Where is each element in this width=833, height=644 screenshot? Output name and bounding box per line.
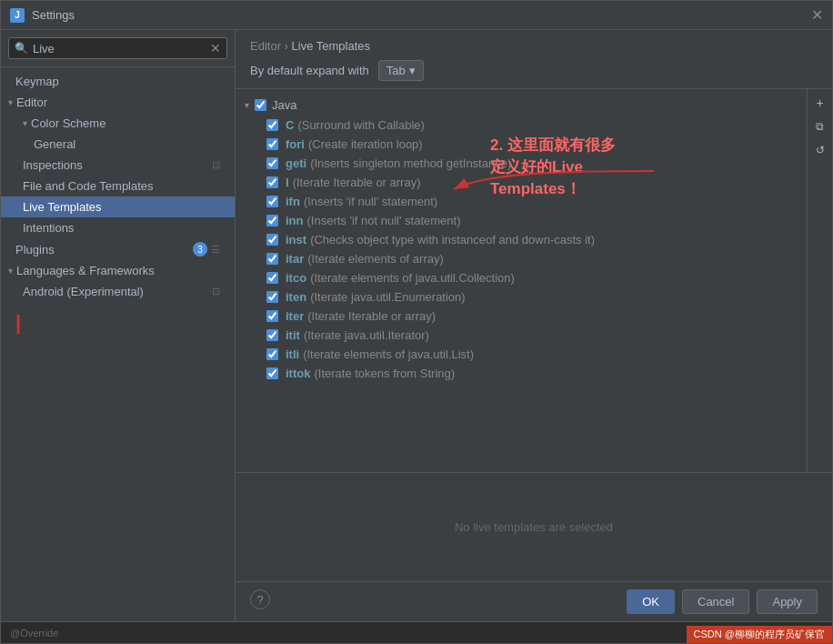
breadcrumb-separator: › <box>285 39 292 53</box>
plugins-label: Plugins <box>15 243 55 257</box>
revert-template-button[interactable]: ↺ <box>810 140 830 160</box>
expand-select[interactable]: Tab ▾ <box>378 60 424 81</box>
item-ittok-abbr: ittok <box>286 367 310 380</box>
breadcrumb: Editor › Live Templates <box>250 39 818 53</box>
sidebar-item-keymap[interactable]: Keymap <box>1 71 235 92</box>
item-itli-checkbox[interactable] <box>266 348 278 360</box>
sidebar-item-color-scheme[interactable]: ▾ Color Scheme <box>1 113 235 134</box>
item-inn-checkbox[interactable] <box>266 215 278 226</box>
item-iter-desc: (Iterate Iterable or array) <box>307 309 436 323</box>
item-fori-checkbox[interactable] <box>266 138 278 150</box>
item-itar-abbr: itar <box>286 252 304 266</box>
android-label: Android (Experimental) <box>23 285 144 298</box>
template-item-itar[interactable]: itar (Iterate elements of array) <box>236 249 807 268</box>
sidebar-item-intentions[interactable]: Intentions <box>1 217 235 238</box>
item-itar-desc: (Iterate elements of array) <box>307 252 444 266</box>
template-item-iter[interactable]: iter (Iterate Iterable or array) <box>236 307 807 326</box>
item-itit-desc: (Iterate java.util.Iterator) <box>304 328 429 342</box>
java-group-header[interactable]: ▾ Java <box>236 95 807 116</box>
item-inst-checkbox[interactable] <box>266 234 278 246</box>
item-I-checkbox[interactable] <box>266 176 278 188</box>
item-inst-desc: (Checks object type with instanceof and … <box>310 233 595 247</box>
item-itco-abbr: itco <box>286 271 306 285</box>
status-text: @Override <box>10 628 58 639</box>
sidebar-nav: Keymap ▾ Editor ▾ Color Scheme General I… <box>1 67 235 621</box>
item-ittok-checkbox[interactable] <box>266 367 278 379</box>
cancel-button[interactable]: Cancel <box>682 589 749 614</box>
template-item-itli[interactable]: itli (Iterate elements of java.util.List… <box>236 345 807 364</box>
item-inn-desc: (Inserts 'if not null' statement) <box>307 214 461 227</box>
annotation-cursor: | <box>1 302 235 344</box>
expand-select-arrow: ▾ <box>409 64 416 77</box>
template-list-toolbar: + ⧉ ↺ <box>807 89 832 472</box>
close-button[interactable]: ✕ <box>811 6 823 24</box>
color-scheme-label: Color Scheme <box>31 116 105 130</box>
template-item-fori[interactable]: fori (Create iteration loop) <box>236 135 807 154</box>
copy-template-button[interactable]: ⧉ <box>810 116 830 136</box>
item-inn-abbr: inn <box>286 214 304 227</box>
item-itit-abbr: itit <box>286 328 300 342</box>
inspections-icon: ⊡ <box>212 159 220 171</box>
item-geti-checkbox[interactable] <box>266 157 278 169</box>
window-title: Settings <box>32 8 75 22</box>
template-item-geti[interactable]: geti (Inserts singleton method getInstan… <box>236 154 807 173</box>
add-template-button[interactable]: + <box>810 93 830 113</box>
template-list-area: ▾ Java C (Surround with Callable) fori (… <box>236 89 832 472</box>
item-I-abbr: I <box>286 176 289 189</box>
sidebar-item-plugins[interactable]: Plugins 3 ☰ <box>1 238 235 260</box>
editor-label: Editor <box>16 96 47 109</box>
ok-button[interactable]: OK <box>627 589 675 614</box>
java-group-name: Java <box>272 98 296 112</box>
app-icon: J <box>10 8 25 23</box>
template-item-inst[interactable]: inst (Checks object type with instanceof… <box>236 230 807 249</box>
item-iter-checkbox[interactable] <box>266 310 278 322</box>
android-icon: ⊡ <box>212 286 220 297</box>
template-item-ittok[interactable]: ittok (Iterate tokens from String) <box>236 364 807 383</box>
template-item-I[interactable]: I (Iterate Iterable or array) <box>236 173 807 192</box>
template-item-ifn[interactable]: ifn (Inserts 'if null' statement) <box>236 192 807 211</box>
item-geti-desc: (Inserts singleton method getInstance) <box>310 156 511 170</box>
help-button[interactable]: ? <box>250 589 270 609</box>
general-label: General <box>34 137 75 151</box>
main-content: 🔍 ✕ Keymap ▾ Editor ▾ Color Scheme <box>1 30 832 621</box>
item-C-abbr: C <box>286 118 294 132</box>
java-group-checkbox[interactable] <box>255 99 266 111</box>
settings-window: J Settings ✕ 🔍 ✕ Keymap ▾ Edi <box>0 0 833 644</box>
sidebar-item-languages-frameworks[interactable]: ▾ Languages & Frameworks <box>1 260 235 281</box>
template-item-inn[interactable]: inn (Inserts 'if not null' statement) <box>236 211 807 230</box>
item-itco-checkbox[interactable] <box>266 272 278 284</box>
sidebar-item-inspections[interactable]: Inspections ⊡ <box>1 155 235 176</box>
template-item-itco[interactable]: itco (Iterate elements of java.util.Coll… <box>236 268 807 287</box>
template-item-iten[interactable]: iten (Iterate java.util.Enumeration) <box>236 287 807 307</box>
apply-button[interactable]: Apply <box>757 589 818 614</box>
item-itar-checkbox[interactable] <box>266 253 278 265</box>
item-itit-checkbox[interactable] <box>266 329 278 341</box>
sidebar-item-file-code-templates[interactable]: File and Code Templates <box>1 176 235 196</box>
item-itco-desc: (Iterate elements of java.util.Collectio… <box>310 271 515 285</box>
item-geti-abbr: geti <box>286 156 306 170</box>
item-iten-checkbox[interactable] <box>266 291 278 303</box>
item-ifn-checkbox[interactable] <box>266 196 278 207</box>
plugins-settings-icon: ☰ <box>211 244 220 256</box>
sidebar-item-live-templates[interactable]: Live Templates <box>1 196 235 217</box>
bottom-panel: No live templates are selected <box>236 472 832 581</box>
sidebar-item-general[interactable]: General <box>1 134 235 155</box>
breadcrumb-prefix: Editor <box>250 39 281 53</box>
template-item-C[interactable]: C (Surround with Callable) <box>236 116 807 135</box>
toolbar-row: By default expand with Tab ▾ <box>250 60 818 81</box>
item-itli-abbr: itli <box>286 347 299 361</box>
lang-frameworks-arrow: ▾ <box>8 266 13 276</box>
lang-frameworks-label: Languages & Frameworks <box>16 264 155 277</box>
sidebar-item-editor[interactable]: ▾ Editor <box>1 92 235 113</box>
search-input[interactable] <box>33 42 210 55</box>
item-iten-desc: (Iterate java.util.Enumeration) <box>310 290 466 304</box>
sidebar-item-android[interactable]: Android (Experimental) ⊡ <box>1 281 235 302</box>
search-clear-button[interactable]: ✕ <box>210 41 221 55</box>
item-C-checkbox[interactable] <box>266 119 278 131</box>
panel-header: Editor › Live Templates By default expan… <box>236 30 832 89</box>
no-selection-text: No live templates are selected <box>455 520 613 534</box>
template-item-itit[interactable]: itit (Iterate java.util.Iterator) <box>236 326 807 345</box>
inspections-label: Inspections <box>23 158 83 172</box>
search-box: 🔍 ✕ <box>1 30 235 67</box>
item-ifn-abbr: ifn <box>286 195 300 208</box>
